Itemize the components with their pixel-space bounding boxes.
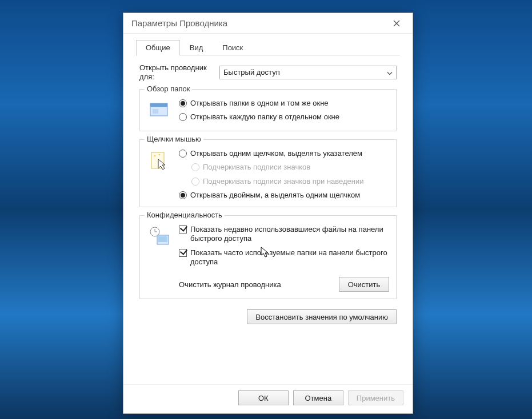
open-explorer-row: Открыть проводник для: Быстрый доступ xyxy=(139,63,397,81)
open-explorer-label: Открыть проводник для: xyxy=(139,63,214,81)
radio-icon xyxy=(179,99,187,107)
radio-single-click-label: Открывать одним щелчком, выделять указат… xyxy=(190,149,362,158)
radio-double-click[interactable]: Открывать двойным, а выделять одним щелч… xyxy=(179,191,389,200)
group-privacy-legend: Конфиденциальность xyxy=(145,211,225,219)
folder-icon xyxy=(147,99,172,124)
radio-underline-always-label: Подчеркивать подписи значков xyxy=(203,163,310,172)
clear-button[interactable]: Очистить xyxy=(339,277,389,292)
group-clicks: Щелчки мышью Открывать одним щ xyxy=(139,139,397,207)
clear-history-label: Очистить журнал проводника xyxy=(179,280,281,289)
titlebar[interactable]: Параметры Проводника xyxy=(123,13,413,34)
radio-icon xyxy=(191,163,199,171)
close-icon xyxy=(393,20,400,27)
close-button[interactable] xyxy=(385,15,408,31)
radio-same-window[interactable]: Открывать папки в одном и том же окне xyxy=(179,99,389,108)
ok-button[interactable]: ОК xyxy=(238,390,289,405)
tab-view[interactable]: Вид xyxy=(180,40,213,55)
tabstrip: Общие Вид Поиск xyxy=(123,34,413,55)
radio-icon xyxy=(179,191,187,199)
open-explorer-select[interactable]: Быстрый доступ xyxy=(219,66,397,79)
group-privacy: Конфиденциальность xyxy=(139,215,397,299)
radio-new-window[interactable]: Открывать каждую папку в отдельном окне xyxy=(179,112,389,122)
tab-search[interactable]: Поиск xyxy=(213,40,253,55)
check-recent-files[interactable]: Показать недавно использовавшиеся файлы … xyxy=(179,225,389,244)
window-title: Параметры Проводника xyxy=(131,18,385,28)
svg-rect-10 xyxy=(158,236,167,242)
tab-content-general: Открыть проводник для: Быстрый доступ Об… xyxy=(123,55,413,384)
checkbox-icon xyxy=(179,225,187,233)
chevron-down-icon xyxy=(387,68,393,76)
folder-options-dialog: Параметры Проводника Общие Вид Поиск Отк… xyxy=(123,13,413,414)
clear-history-row: Очистить журнал проводника Очистить xyxy=(179,277,389,292)
privacy-icon xyxy=(147,225,172,250)
radio-icon xyxy=(179,113,187,121)
radio-underline-hover-label: Подчеркивать подписи значков при наведен… xyxy=(203,177,364,186)
dialog-footer: ОК Отмена Применить xyxy=(123,384,413,413)
group-browse: Обзор папок Открывать папки в одном и то… xyxy=(139,89,397,131)
radio-icon xyxy=(179,150,187,158)
tab-general[interactable]: Общие xyxy=(136,40,180,56)
check-recent-files-label: Показать недавно использовавшиеся файлы … xyxy=(190,225,389,244)
restore-row: Восстановить значения по умолчанию xyxy=(139,309,397,324)
group-clicks-legend: Щелчки мышью xyxy=(145,135,203,143)
apply-button[interactable]: Применить xyxy=(348,390,403,405)
cancel-button[interactable]: Отмена xyxy=(293,390,343,405)
radio-new-window-label: Открывать каждую папку в отдельном окне xyxy=(190,112,339,122)
svg-point-4 xyxy=(154,155,156,157)
dialog-body: Общие Вид Поиск Открыть проводник для: Б… xyxy=(123,34,413,413)
radio-double-click-label: Открывать двойным, а выделять одним щелч… xyxy=(190,191,360,200)
restore-defaults-button[interactable]: Восстановить значения по умолчанию xyxy=(247,309,397,324)
check-freq-folders[interactable]: Показать часто используемые папки на пан… xyxy=(179,248,389,267)
svg-point-5 xyxy=(159,154,161,156)
group-browse-legend: Обзор папок xyxy=(145,84,192,93)
radio-underline-always: Подчеркивать подписи значков xyxy=(191,163,389,172)
svg-rect-2 xyxy=(153,109,158,114)
radio-underline-hover: Подчеркивать подписи значков при наведен… xyxy=(191,177,389,186)
cursor-icon xyxy=(147,149,172,174)
radio-single-click[interactable]: Открывать одним щелчком, выделять указат… xyxy=(179,149,389,158)
checkbox-icon xyxy=(179,249,187,257)
svg-rect-1 xyxy=(150,103,167,107)
check-freq-folders-label: Показать часто используемые папки на пан… xyxy=(190,248,389,267)
radio-same-window-label: Открывать папки в одном и том же окне xyxy=(190,99,329,108)
open-explorer-value: Быстрый доступ xyxy=(223,68,280,76)
radio-icon xyxy=(191,178,199,186)
